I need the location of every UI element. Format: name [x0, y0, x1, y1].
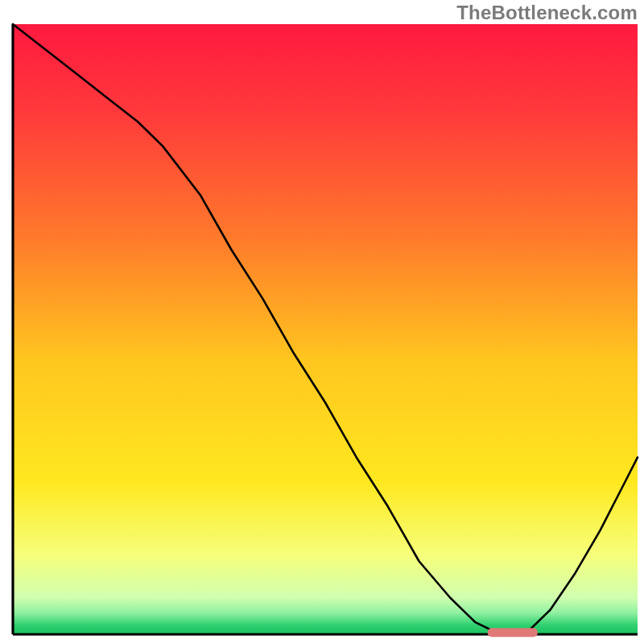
chart-stage: TheBottleneck.com: [0, 0, 644, 644]
plot-background: [13, 24, 638, 634]
bottleneck-chart: [0, 0, 644, 644]
optimal-range-marker: [488, 628, 538, 637]
